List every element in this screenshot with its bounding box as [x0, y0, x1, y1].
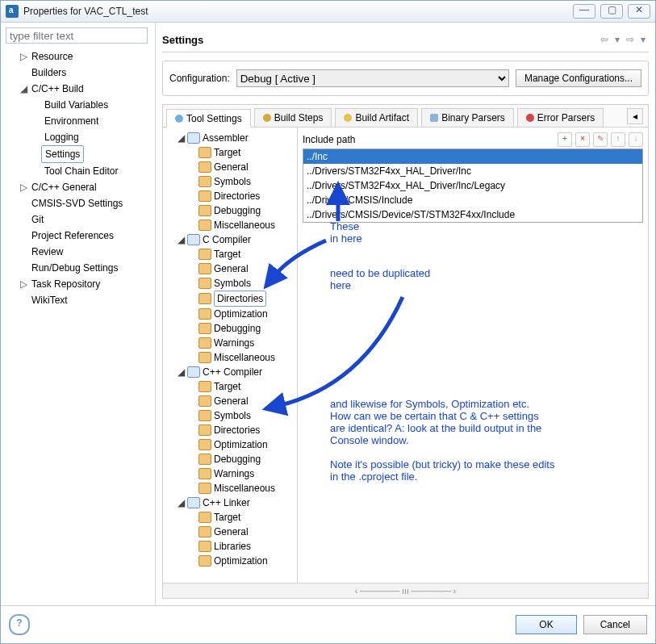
settings-tab-container: Tool Settings Build Steps Build Artifact…: [162, 104, 649, 599]
tool-option[interactable]: General: [166, 160, 294, 174]
nav-item[interactable]: ▷Resource: [6, 48, 150, 65]
tool-option[interactable]: Miscellaneous: [166, 481, 294, 496]
include-path-label: Include path: [303, 134, 554, 145]
titlebar: Properties for VAC_CTL_test — ▢ ✕: [1, 1, 655, 23]
nav-item[interactable]: ▷C/C++ General: [6, 179, 150, 195]
annotation-explanation: and likewise for Symbols, Optimization e…: [330, 398, 554, 483]
manage-configurations-button[interactable]: Manage Configurations...: [516, 69, 641, 87]
nav-item[interactable]: Project References: [6, 228, 150, 244]
maximize-button[interactable]: ▢: [600, 4, 623, 19]
tool-option[interactable]: Debugging: [166, 203, 294, 218]
move-up-button[interactable]: ↑: [611, 132, 625, 147]
move-down-button[interactable]: ↓: [629, 132, 643, 147]
help-button[interactable]: ?: [9, 614, 30, 635]
tool-option[interactable]: Target: [166, 379, 294, 394]
tool-option[interactable]: Symbols: [166, 174, 294, 189]
forward-menu-icon[interactable]: ▾: [641, 34, 646, 45]
configuration-row: Configuration: Debug [ Active ] Manage C…: [162, 61, 649, 96]
tool-option[interactable]: Target: [166, 510, 294, 525]
nav-item[interactable]: Logging: [6, 129, 150, 145]
tool-option[interactable]: General: [166, 394, 294, 408]
nav-item[interactable]: Build Variables: [6, 97, 150, 113]
include-path-pane: Include path + × ✎ ↑ ↓ ../Inc../Drivers/…: [298, 128, 648, 583]
nav-item[interactable]: Settings: [6, 145, 150, 163]
nav-tree: ▷ResourceBuilders◢C/C++ BuildBuild Varia…: [6, 48, 150, 308]
back-menu-icon[interactable]: ▾: [615, 34, 620, 45]
tool-category[interactable]: ◢C++ Linker: [166, 496, 294, 510]
tool-option[interactable]: General: [166, 261, 294, 276]
settings-header: Settings ⇦ ▾ ⇨ ▾: [162, 27, 649, 52]
nav-item[interactable]: Environment: [6, 113, 150, 129]
filter-input[interactable]: [6, 27, 148, 44]
tool-option[interactable]: Symbols: [166, 276, 294, 291]
annotation-duplicate-here: need to be duplicated here: [330, 267, 430, 291]
tool-option[interactable]: Warnings: [166, 336, 294, 350]
tool-option[interactable]: Target: [166, 247, 294, 261]
properties-window: Properties for VAC_CTL_test — ▢ ✕ ▷Resou…: [0, 0, 656, 644]
cancel-button[interactable]: Cancel: [583, 615, 647, 634]
close-button[interactable]: ✕: [628, 4, 650, 19]
include-path-row[interactable]: ../Drivers/STM32F4xx_HAL_Driver/Inc/Lega…: [303, 178, 642, 193]
include-paths-list[interactable]: ../Inc../Drivers/STM32F4xx_HAL_Driver/In…: [303, 148, 643, 223]
add-include-button[interactable]: +: [558, 132, 572, 147]
tool-option[interactable]: Miscellaneous: [166, 350, 294, 365]
page-title: Settings: [162, 34, 597, 46]
horizontal-scrollbar[interactable]: ‹ ─────── ııı ─────── ›: [163, 583, 648, 598]
edit-include-button[interactable]: ✎: [593, 132, 608, 147]
nav-item[interactable]: CMSIS-SVD Settings: [6, 195, 150, 211]
tool-option[interactable]: Debugging: [166, 321, 294, 336]
tool-option[interactable]: Directories: [166, 189, 294, 203]
ok-button[interactable]: OK: [516, 615, 576, 634]
nav-item[interactable]: Run/Debug Settings: [6, 260, 150, 276]
tool-category[interactable]: ◢Assembler: [166, 131, 294, 145]
tab-build-artifact[interactable]: Build Artifact: [335, 108, 418, 127]
tool-option[interactable]: Debugging: [166, 452, 294, 466]
tab-overflow-button[interactable]: ◂: [627, 108, 643, 124]
window-title: Properties for VAC_CTL_test: [23, 6, 568, 17]
tab-error-parsers[interactable]: Error Parsers: [517, 108, 604, 127]
nav-item[interactable]: Builders: [6, 65, 150, 81]
tool-option[interactable]: Target: [166, 145, 294, 160]
tool-option[interactable]: Warnings: [166, 466, 294, 481]
tool-category[interactable]: ◢C Compiler: [166, 232, 294, 247]
tool-option[interactable]: Optimization: [166, 437, 294, 452]
sidebar: ▷ResourceBuilders◢C/C++ BuildBuild Varia…: [1, 23, 156, 605]
tool-settings-body: ◢AssemblerTargetGeneralSymbolsDirectorie…: [163, 128, 648, 583]
tool-option[interactable]: Directories: [166, 423, 294, 437]
tab-tool-settings[interactable]: Tool Settings: [166, 109, 251, 128]
tool-option[interactable]: Libraries: [166, 539, 294, 554]
dialog-footer: ? OK Cancel: [1, 605, 655, 643]
tabstrip: Tool Settings Build Steps Build Artifact…: [163, 105, 648, 128]
delete-include-button[interactable]: ×: [575, 132, 590, 147]
tool-category[interactable]: ◢C++ Compiler: [166, 365, 294, 379]
tool-option[interactable]: Optimization: [166, 554, 294, 568]
tool-option[interactable]: Symbols: [166, 408, 294, 423]
nav-item[interactable]: ◢C/C++ Build: [6, 81, 150, 97]
back-icon[interactable]: ⇦: [600, 34, 608, 45]
main-panel: Settings ⇦ ▾ ⇨ ▾ Configuration: Debug [ …: [156, 23, 655, 605]
tool-option[interactable]: Miscellaneous: [166, 218, 294, 232]
minimize-button[interactable]: —: [573, 4, 595, 19]
annotation-these-in-here: These in here: [330, 220, 362, 245]
configuration-label: Configuration:: [169, 73, 230, 84]
tool-tree: ◢AssemblerTargetGeneralSymbolsDirectorie…: [163, 128, 298, 583]
nav-item[interactable]: WikiText: [6, 292, 150, 308]
nav-item[interactable]: Review: [6, 244, 150, 260]
include-path-row[interactable]: ../Drivers/STM32F4xx_HAL_Driver/Inc: [303, 164, 642, 178]
app-icon: [6, 5, 19, 18]
nav-item[interactable]: Git: [6, 211, 150, 228]
tab-binary-parsers[interactable]: Binary Parsers: [421, 108, 514, 127]
tool-option[interactable]: General: [166, 525, 294, 539]
nav-item[interactable]: ▷Task Repository: [6, 276, 150, 292]
nav-item[interactable]: Tool Chain Editor: [6, 163, 150, 179]
tool-option[interactable]: Directories: [166, 291, 294, 307]
tool-option[interactable]: Optimization: [166, 307, 294, 321]
include-path-row[interactable]: ../Inc: [303, 149, 642, 164]
forward-icon[interactable]: ⇨: [626, 34, 634, 45]
tab-build-steps[interactable]: Build Steps: [254, 108, 332, 127]
include-path-row[interactable]: ../Drivers/CMSIS/Include: [303, 193, 642, 207]
configuration-select[interactable]: Debug [ Active ]: [236, 69, 509, 87]
